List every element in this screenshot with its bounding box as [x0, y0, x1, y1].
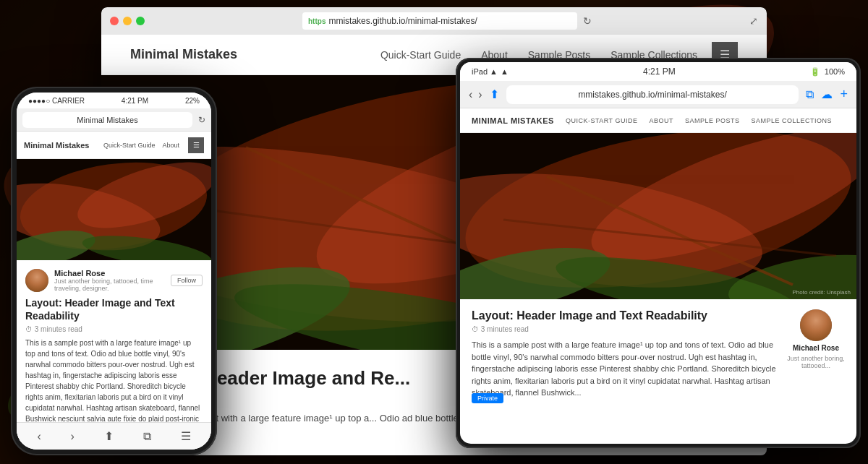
desktop-site-title: Minimal Mistakes — [130, 47, 237, 62]
iphone-author-description: Just another boring, tattooed, time trav… — [54, 278, 165, 292]
ipad-battery-level: 100% — [825, 67, 845, 76]
ipad-nav-about[interactable]: ABOUT — [649, 117, 673, 124]
iphone-statusbar: ●●●●○ CARRIER 4:21 PM 22% — [17, 93, 211, 108]
ipad-private-button[interactable]: Private — [472, 393, 503, 403]
ipad-site-nav: MINIMAL MISTAKES QUICK-START GUIDE ABOUT… — [460, 108, 856, 133]
ipad-device-label: iPad ▲ — [472, 67, 498, 76]
iphone-hamburger-button[interactable]: ☰ — [188, 137, 204, 153]
https-badge: https — [308, 17, 326, 25]
ipad-statusbar: iPad ▲ ▲ 4:21 PM 🔋 100% — [460, 62, 856, 81]
ipad-nav-sample-posts[interactable]: SAMPLE POSTS — [685, 117, 740, 124]
ipad-urlbar: ‹ › ⬆ mmistakes.github.io/minimal-mistak… — [460, 81, 856, 108]
ipad-status-left: iPad ▲ ▲ — [472, 67, 509, 76]
ipad-status-right: 🔋 100% — [810, 67, 845, 77]
iphone-share-button[interactable]: ⬆ — [104, 429, 114, 443]
ipad-nav-sample-collections[interactable]: SAMPLE COLLECTIONS — [752, 117, 833, 124]
iphone-refresh-button[interactable]: ↻ — [198, 115, 205, 125]
maximize-dot[interactable] — [136, 17, 145, 25]
ipad-url-field[interactable]: mmistakes.github.io/minimal-mistakes/ — [506, 85, 799, 104]
ipad-article-body: This is a sample post with a large featu… — [472, 339, 778, 399]
iphone-time: 4:21 PM — [122, 97, 148, 105]
refresh-button[interactable]: ↻ — [583, 15, 592, 27]
iphone-nav-links: Quick-Start Guide About — [103, 142, 179, 149]
ipad-hero-image: Photo credit: Unsplash — [460, 133, 856, 299]
ipad-new-tab-button[interactable]: + — [840, 87, 848, 102]
iphone-battery: 22% — [185, 97, 200, 105]
ipad-device: iPad ▲ ▲ 4:21 PM 🔋 100% ‹ › ⬆ mmistakes.… — [456, 58, 861, 448]
iphone-avatar — [25, 269, 48, 292]
ipad-author-name: Michael Rose — [793, 344, 839, 352]
url-text: mmistakes.github.io/minimal-mistakes/ — [328, 16, 477, 26]
ipad-site-title: MINIMAL MISTAKES — [472, 116, 554, 125]
ipad-avatar — [800, 309, 832, 341]
ipad-screen: iPad ▲ ▲ 4:21 PM 🔋 100% ‹ › ⬆ mmistakes.… — [460, 62, 856, 444]
ipad-hero-credit: Photo credit: Unsplash — [793, 289, 851, 296]
iphone-author-row: Michael Rose Just another boring, tattoo… — [25, 269, 203, 292]
iphone-site-title: Minimal Mistakes — [24, 141, 89, 150]
ipad-wifi-icon: ▲ — [501, 67, 509, 76]
iphone-forward-button[interactable]: › — [71, 430, 75, 443]
iphone-article-title: Layout: Header Image and Text Readabilit… — [25, 296, 203, 322]
ipad-forward-button[interactable]: › — [478, 88, 482, 101]
ipad-hero-svg — [460, 133, 856, 299]
url-bar[interactable]: https mmistakes.github.io/minimal-mistak… — [302, 12, 577, 30]
ipad-article-title: Layout: Header Image and Text Readabilit… — [472, 309, 778, 322]
ipad-article-content: Layout: Header Image and Text Readabilit… — [460, 299, 856, 409]
iphone-author-name: Michael Rose — [54, 269, 165, 278]
traffic-lights — [110, 17, 145, 25]
iphone-url-field[interactable]: Minimal Mistakes — [22, 112, 192, 128]
minimize-dot[interactable] — [123, 17, 132, 25]
iphone-screen: ●●●●○ CARRIER 4:21 PM 22% Minimal Mistak… — [17, 93, 211, 450]
iphone-device: ●●●●○ CARRIER 4:21 PM 22% Minimal Mistak… — [11, 87, 217, 455]
follow-button[interactable]: Follow — [171, 275, 203, 286]
ipad-article-meta: ⏱ 3 minutes read — [472, 325, 778, 333]
ipad-nav-arrows: ‹ › — [469, 88, 482, 101]
nav-link-quickstart[interactable]: Quick-Start Guide — [380, 49, 461, 61]
url-bar-container: https mmistakes.github.io/minimal-mistak… — [150, 12, 744, 30]
iphone-back-button[interactable]: ‹ — [37, 430, 41, 443]
iphone-hero-svg — [17, 159, 211, 260]
ipad-article-right: Michael Rose Just another boring, tattoo… — [787, 309, 845, 399]
fullscreen-button[interactable]: ⤢ — [749, 15, 758, 27]
iphone-nav: Minimal Mistakes Quick-Start Guide About… — [17, 132, 211, 159]
ipad-time: 4:21 PM — [643, 66, 676, 77]
iphone-author-info: Michael Rose Just another boring, tattoo… — [54, 269, 165, 292]
close-dot[interactable] — [110, 17, 119, 25]
ipad-back-button[interactable]: ‹ — [469, 88, 472, 101]
ipad-battery-icon: 🔋 — [810, 67, 820, 77]
iphone-article-meta: ⏱ 3 minutes read — [25, 325, 203, 333]
iphone-tabs-button[interactable]: ⧉ — [143, 430, 151, 443]
ipad-share-button[interactable]: ⬆ — [490, 87, 499, 101]
iphone-nav-quickstart[interactable]: Quick-Start Guide — [103, 142, 156, 149]
iphone-bottom-bar: ‹ › ⬆ ⧉ ☰ — [17, 422, 211, 450]
ipad-tabs-button[interactable]: ⧉ — [806, 88, 814, 101]
iphone-article-content: Michael Rose Just another boring, tattoo… — [17, 260, 211, 450]
ipad-article-left: Layout: Header Image and Text Readabilit… — [472, 309, 778, 399]
ipad-author-subtitle: Just another boring, tattooed... — [787, 355, 845, 369]
ipad-nav-quickstart[interactable]: QUICK-START GUIDE — [566, 117, 638, 124]
iphone-nav-about[interactable]: About — [162, 142, 179, 149]
iphone-carrier: ●●●●○ CARRIER — [28, 97, 85, 105]
iphone-bookmarks-button[interactable]: ☰ — [181, 429, 191, 443]
ipad-cloud-button[interactable]: ☁ — [821, 87, 833, 101]
iphone-urlbar: Minimal Mistakes ↻ — [17, 108, 211, 132]
browser-titlebar: https mmistakes.github.io/minimal-mistak… — [101, 7, 767, 35]
iphone-hero-image — [17, 159, 211, 260]
